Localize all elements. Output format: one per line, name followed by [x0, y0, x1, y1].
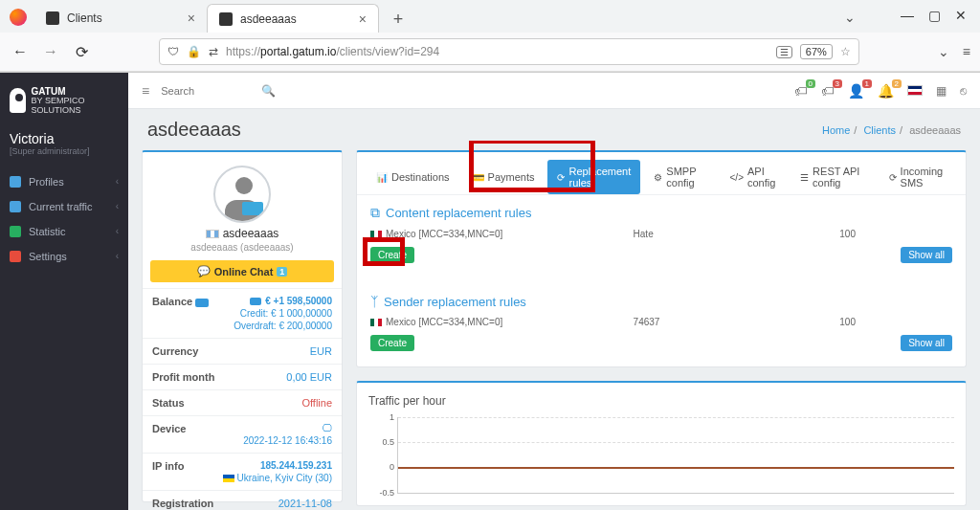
chevron-left-icon: ‹: [116, 176, 119, 187]
payments-icon: 💳: [473, 172, 484, 183]
avatar-icon: [213, 166, 271, 223]
create-content-rule-button[interactable]: Create: [370, 247, 414, 263]
search-field[interactable]: 🔍: [161, 84, 276, 98]
profiles-icon: [10, 176, 21, 188]
zoom-level[interactable]: 67%: [800, 44, 833, 59]
tab-title: asdeeaaas: [240, 12, 297, 26]
reader-icon[interactable]: ☰: [776, 46, 792, 58]
client-profile-card: asdeeaaas asdeeaaas (asdeeaaas) 💬 Online…: [142, 150, 343, 502]
search-input[interactable]: [161, 85, 254, 97]
brand[interactable]: GATUM BY SEMPICO SOLUTIONS: [0, 80, 128, 123]
url-text: https://portal.gatum.io/clients/view?id=…: [226, 45, 768, 58]
device-value: 2022-12-12 16:43:16: [243, 435, 332, 446]
chevron-down-icon[interactable]: ⌄: [844, 10, 856, 25]
permissions-icon[interactable]: ⇄: [209, 45, 218, 58]
tab-title: Clients: [67, 11, 102, 25]
card-icon: [195, 299, 209, 307]
mexico-flag-icon: [370, 319, 382, 326]
destinations-icon: 📊: [376, 172, 388, 183]
shield-icon[interactable]: 🛡: [167, 45, 179, 58]
antenna-icon: ᛉ: [370, 294, 378, 309]
chevron-left-icon: ‹: [116, 201, 119, 211]
back-button[interactable]: ←: [10, 43, 31, 60]
ip-value: 185.244.159.231: [260, 460, 332, 471]
sidebar-item-settings[interactable]: Settings ‹: [0, 244, 128, 269]
tab-destinations[interactable]: 📊Destinations: [367, 160, 459, 194]
mexico-flag-icon: [370, 231, 382, 238]
currency-label: Currency: [152, 345, 198, 357]
y-tick: -0.5: [371, 488, 394, 498]
balance-value: € +1 598,50000: [265, 296, 332, 306]
current-user: Victoria: [10, 131, 119, 146]
tab-api[interactable]: </>API config: [721, 160, 788, 194]
ip-label: IP info: [152, 460, 184, 483]
tab-restapi[interactable]: ☰REST API config: [791, 160, 875, 194]
new-tab-button[interactable]: +: [385, 6, 412, 33]
site-icon: [46, 11, 59, 25]
notification-icon[interactable]: 🔔2: [878, 83, 894, 99]
breadcrumb-home[interactable]: Home: [822, 124, 850, 136]
logout-icon[interactable]: ⎋: [960, 84, 967, 98]
forward-button[interactable]: →: [40, 43, 61, 60]
pocket-icon[interactable]: ⌄: [938, 44, 949, 59]
sidebar-item-label: Profiles: [29, 176, 64, 188]
minimize-icon[interactable]: —: [900, 8, 915, 23]
content-rules-title: ⧉ Content replacement rules: [357, 195, 966, 227]
online-chat-button[interactable]: 💬 Online Chat 1: [150, 260, 334, 282]
maximize-icon[interactable]: ▢: [926, 8, 942, 23]
y-tick: 0: [371, 462, 394, 472]
client-name: asdeeaaas: [223, 227, 279, 240]
credit-value: Credit: € 1 000,00000: [240, 308, 332, 319]
menu-icon[interactable]: ≡: [963, 44, 970, 59]
breadcrumb: Home/ Clients/ asdeeaaas: [822, 124, 961, 136]
rules-icon: ⟳: [557, 172, 565, 183]
grid-menu-icon[interactable]: ▦: [936, 84, 947, 98]
tab-payments[interactable]: 💳Payments: [463, 160, 545, 194]
chart-title: Traffic per hour: [368, 394, 954, 408]
site-icon: [219, 12, 233, 26]
search-icon[interactable]: 🔍: [261, 84, 276, 98]
ip-location: Ukraine, Kyiv City (30): [237, 473, 332, 483]
sidebar-item-traffic[interactable]: Current traffic ‹: [0, 194, 128, 219]
statistic-icon: [10, 226, 21, 237]
url-bar[interactable]: 🛡 🔒 ⇄ https://portal.gatum.io/clients/vi…: [159, 38, 859, 65]
close-icon[interactable]: ×: [188, 11, 195, 26]
traffic-icon: [10, 201, 21, 212]
browser-tab-clients[interactable]: Clients ×: [34, 4, 207, 33]
tab-replacement-rules[interactable]: ⟳Replacement rules: [547, 160, 640, 194]
breadcrumb-current: asdeeaaas: [909, 124, 961, 136]
brand-logo-icon: [10, 88, 26, 113]
tab-smpp[interactable]: ⚙SMPP config: [644, 160, 716, 194]
brand-subtitle: BY SEMPICO SOLUTIONS: [32, 97, 119, 116]
traffic-chart: 1 0.5 0 -0.5: [397, 417, 954, 494]
close-icon[interactable]: ×: [359, 11, 367, 27]
sidebar-item-label: Settings: [29, 251, 67, 262]
chart-data-line: [398, 467, 954, 469]
sidebar-item-profiles[interactable]: Profiles ‹: [0, 169, 128, 194]
reg-label: Registration date: [152, 498, 236, 510]
tab-incoming[interactable]: ⟳Incoming SMS: [880, 160, 956, 194]
sidebar-item-statistic[interactable]: Statistic ‹: [0, 219, 128, 244]
reload-button[interactable]: ⟳: [71, 43, 92, 61]
notification-icon[interactable]: 👤1: [848, 83, 864, 99]
browser-tab-current[interactable]: asdeeaaas ×: [207, 4, 379, 33]
breadcrumb-clients[interactable]: Clients: [863, 124, 896, 136]
y-tick: 0.5: [371, 437, 394, 447]
api-icon: </>: [730, 172, 744, 183]
bookmark-icon[interactable]: ☆: [840, 45, 851, 58]
sidebar-item-label: Current traffic: [29, 201, 92, 212]
close-window-icon[interactable]: ✕: [953, 8, 969, 23]
layers-icon: ⧉: [370, 205, 380, 221]
ukraine-flag-icon: [223, 475, 234, 482]
profit-label: Profit month: [152, 371, 214, 383]
rule-row: Mexico [MCC=334,MNC=0] 74637 100: [357, 315, 966, 329]
language-flag-icon[interactable]: [907, 85, 923, 96]
create-sender-rule-button[interactable]: Create: [370, 335, 414, 351]
notification-icon[interactable]: 🏷0: [794, 83, 808, 99]
notification-icon[interactable]: 🏷3: [821, 83, 835, 99]
settings-icon: [10, 251, 21, 262]
rest-icon: ☰: [800, 172, 809, 183]
toggle-sidebar-icon[interactable]: ≡: [142, 83, 149, 99]
show-all-sender-rules[interactable]: Show all: [901, 335, 952, 351]
show-all-content-rules[interactable]: Show all: [901, 247, 952, 263]
